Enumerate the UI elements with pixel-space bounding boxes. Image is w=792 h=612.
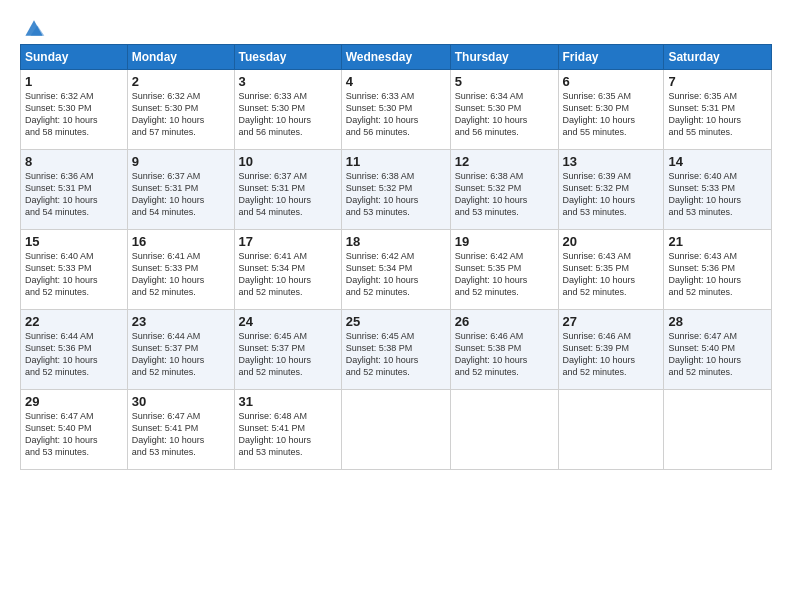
- weekday-header-thursday: Thursday: [450, 45, 558, 70]
- calendar-cell: [450, 390, 558, 470]
- calendar-cell: 29Sunrise: 6:47 AM Sunset: 5:40 PM Dayli…: [21, 390, 128, 470]
- header: [20, 18, 772, 38]
- calendar-cell: 25Sunrise: 6:45 AM Sunset: 5:38 PM Dayli…: [341, 310, 450, 390]
- day-number: 17: [239, 234, 337, 249]
- calendar-cell: [664, 390, 772, 470]
- day-number: 27: [563, 314, 660, 329]
- day-info: Sunrise: 6:40 AM Sunset: 5:33 PM Dayligh…: [668, 170, 767, 219]
- calendar-cell: 7Sunrise: 6:35 AM Sunset: 5:31 PM Daylig…: [664, 70, 772, 150]
- day-number: 28: [668, 314, 767, 329]
- calendar-cell: [341, 390, 450, 470]
- day-number: 7: [668, 74, 767, 89]
- calendar-cell: 23Sunrise: 6:44 AM Sunset: 5:37 PM Dayli…: [127, 310, 234, 390]
- calendar-cell: 2Sunrise: 6:32 AM Sunset: 5:30 PM Daylig…: [127, 70, 234, 150]
- day-info: Sunrise: 6:41 AM Sunset: 5:34 PM Dayligh…: [239, 250, 337, 299]
- day-number: 6: [563, 74, 660, 89]
- weekday-header-sunday: Sunday: [21, 45, 128, 70]
- day-info: Sunrise: 6:37 AM Sunset: 5:31 PM Dayligh…: [239, 170, 337, 219]
- calendar-cell: 15Sunrise: 6:40 AM Sunset: 5:33 PM Dayli…: [21, 230, 128, 310]
- day-info: Sunrise: 6:38 AM Sunset: 5:32 PM Dayligh…: [346, 170, 446, 219]
- calendar-cell: 19Sunrise: 6:42 AM Sunset: 5:35 PM Dayli…: [450, 230, 558, 310]
- calendar-cell: 4Sunrise: 6:33 AM Sunset: 5:30 PM Daylig…: [341, 70, 450, 150]
- day-info: Sunrise: 6:42 AM Sunset: 5:35 PM Dayligh…: [455, 250, 554, 299]
- calendar-week-2: 8Sunrise: 6:36 AM Sunset: 5:31 PM Daylig…: [21, 150, 772, 230]
- day-info: Sunrise: 6:42 AM Sunset: 5:34 PM Dayligh…: [346, 250, 446, 299]
- day-number: 26: [455, 314, 554, 329]
- weekday-header-friday: Friday: [558, 45, 664, 70]
- day-info: Sunrise: 6:33 AM Sunset: 5:30 PM Dayligh…: [346, 90, 446, 139]
- calendar-cell: 22Sunrise: 6:44 AM Sunset: 5:36 PM Dayli…: [21, 310, 128, 390]
- day-number: 2: [132, 74, 230, 89]
- calendar-cell: 20Sunrise: 6:43 AM Sunset: 5:35 PM Dayli…: [558, 230, 664, 310]
- day-info: Sunrise: 6:46 AM Sunset: 5:39 PM Dayligh…: [563, 330, 660, 379]
- day-info: Sunrise: 6:40 AM Sunset: 5:33 PM Dayligh…: [25, 250, 123, 299]
- day-info: Sunrise: 6:44 AM Sunset: 5:36 PM Dayligh…: [25, 330, 123, 379]
- page: SundayMondayTuesdayWednesdayThursdayFrid…: [0, 0, 792, 612]
- day-number: 5: [455, 74, 554, 89]
- weekday-header-tuesday: Tuesday: [234, 45, 341, 70]
- day-number: 10: [239, 154, 337, 169]
- day-number: 3: [239, 74, 337, 89]
- calendar-cell: 18Sunrise: 6:42 AM Sunset: 5:34 PM Dayli…: [341, 230, 450, 310]
- calendar-cell: 13Sunrise: 6:39 AM Sunset: 5:32 PM Dayli…: [558, 150, 664, 230]
- day-info: Sunrise: 6:38 AM Sunset: 5:32 PM Dayligh…: [455, 170, 554, 219]
- calendar-cell: 12Sunrise: 6:38 AM Sunset: 5:32 PM Dayli…: [450, 150, 558, 230]
- calendar-cell: 21Sunrise: 6:43 AM Sunset: 5:36 PM Dayli…: [664, 230, 772, 310]
- day-number: 25: [346, 314, 446, 329]
- day-info: Sunrise: 6:37 AM Sunset: 5:31 PM Dayligh…: [132, 170, 230, 219]
- weekday-header-row: SundayMondayTuesdayWednesdayThursdayFrid…: [21, 45, 772, 70]
- day-number: 30: [132, 394, 230, 409]
- calendar-cell: 24Sunrise: 6:45 AM Sunset: 5:37 PM Dayli…: [234, 310, 341, 390]
- calendar-cell: 17Sunrise: 6:41 AM Sunset: 5:34 PM Dayli…: [234, 230, 341, 310]
- calendar-cell: 11Sunrise: 6:38 AM Sunset: 5:32 PM Dayli…: [341, 150, 450, 230]
- logo-icon: [22, 18, 46, 38]
- day-number: 19: [455, 234, 554, 249]
- calendar-cell: 14Sunrise: 6:40 AM Sunset: 5:33 PM Dayli…: [664, 150, 772, 230]
- calendar-cell: 10Sunrise: 6:37 AM Sunset: 5:31 PM Dayli…: [234, 150, 341, 230]
- day-number: 1: [25, 74, 123, 89]
- calendar-cell: 30Sunrise: 6:47 AM Sunset: 5:41 PM Dayli…: [127, 390, 234, 470]
- calendar-cell: 31Sunrise: 6:48 AM Sunset: 5:41 PM Dayli…: [234, 390, 341, 470]
- day-info: Sunrise: 6:34 AM Sunset: 5:30 PM Dayligh…: [455, 90, 554, 139]
- calendar-week-4: 22Sunrise: 6:44 AM Sunset: 5:36 PM Dayli…: [21, 310, 772, 390]
- calendar-cell: 28Sunrise: 6:47 AM Sunset: 5:40 PM Dayli…: [664, 310, 772, 390]
- day-info: Sunrise: 6:35 AM Sunset: 5:31 PM Dayligh…: [668, 90, 767, 139]
- calendar-cell: [558, 390, 664, 470]
- calendar-cell: 3Sunrise: 6:33 AM Sunset: 5:30 PM Daylig…: [234, 70, 341, 150]
- day-number: 11: [346, 154, 446, 169]
- day-number: 8: [25, 154, 123, 169]
- day-number: 31: [239, 394, 337, 409]
- day-info: Sunrise: 6:32 AM Sunset: 5:30 PM Dayligh…: [25, 90, 123, 139]
- calendar-cell: 9Sunrise: 6:37 AM Sunset: 5:31 PM Daylig…: [127, 150, 234, 230]
- day-info: Sunrise: 6:43 AM Sunset: 5:36 PM Dayligh…: [668, 250, 767, 299]
- day-info: Sunrise: 6:41 AM Sunset: 5:33 PM Dayligh…: [132, 250, 230, 299]
- calendar-week-5: 29Sunrise: 6:47 AM Sunset: 5:40 PM Dayli…: [21, 390, 772, 470]
- day-number: 22: [25, 314, 123, 329]
- calendar-week-1: 1Sunrise: 6:32 AM Sunset: 5:30 PM Daylig…: [21, 70, 772, 150]
- day-number: 13: [563, 154, 660, 169]
- day-number: 24: [239, 314, 337, 329]
- day-number: 4: [346, 74, 446, 89]
- calendar-cell: 8Sunrise: 6:36 AM Sunset: 5:31 PM Daylig…: [21, 150, 128, 230]
- calendar-cell: 16Sunrise: 6:41 AM Sunset: 5:33 PM Dayli…: [127, 230, 234, 310]
- day-number: 15: [25, 234, 123, 249]
- calendar-cell: 27Sunrise: 6:46 AM Sunset: 5:39 PM Dayli…: [558, 310, 664, 390]
- day-info: Sunrise: 6:36 AM Sunset: 5:31 PM Dayligh…: [25, 170, 123, 219]
- day-info: Sunrise: 6:48 AM Sunset: 5:41 PM Dayligh…: [239, 410, 337, 459]
- day-number: 21: [668, 234, 767, 249]
- day-info: Sunrise: 6:46 AM Sunset: 5:38 PM Dayligh…: [455, 330, 554, 379]
- day-info: Sunrise: 6:43 AM Sunset: 5:35 PM Dayligh…: [563, 250, 660, 299]
- day-number: 12: [455, 154, 554, 169]
- weekday-header-monday: Monday: [127, 45, 234, 70]
- day-info: Sunrise: 6:32 AM Sunset: 5:30 PM Dayligh…: [132, 90, 230, 139]
- calendar-cell: 6Sunrise: 6:35 AM Sunset: 5:30 PM Daylig…: [558, 70, 664, 150]
- day-info: Sunrise: 6:44 AM Sunset: 5:37 PM Dayligh…: [132, 330, 230, 379]
- weekday-header-wednesday: Wednesday: [341, 45, 450, 70]
- day-info: Sunrise: 6:39 AM Sunset: 5:32 PM Dayligh…: [563, 170, 660, 219]
- day-number: 29: [25, 394, 123, 409]
- day-number: 18: [346, 234, 446, 249]
- calendar-table: SundayMondayTuesdayWednesdayThursdayFrid…: [20, 44, 772, 470]
- day-info: Sunrise: 6:33 AM Sunset: 5:30 PM Dayligh…: [239, 90, 337, 139]
- calendar-cell: 1Sunrise: 6:32 AM Sunset: 5:30 PM Daylig…: [21, 70, 128, 150]
- day-number: 20: [563, 234, 660, 249]
